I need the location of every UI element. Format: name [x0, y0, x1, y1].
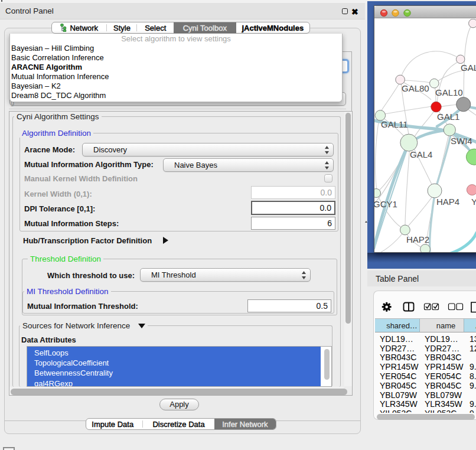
svg-text:HAP2: HAP2 [406, 234, 429, 244]
svg-text:HAP4: HAP4 [436, 197, 459, 207]
svg-text:SWI4: SWI4 [451, 136, 472, 146]
svg-text:GAL7: GAL7 [461, 63, 476, 73]
svg-text:Y: Y [471, 197, 476, 207]
svg-text:GAL4: GAL4 [410, 149, 432, 159]
svg-text:GAL1: GAL1 [437, 112, 459, 122]
svg-text:GAL10: GAL10 [435, 87, 463, 97]
svg-text:GAL80: GAL80 [402, 83, 429, 93]
svg-text:GAL11: GAL11 [381, 119, 408, 129]
svg-text:GCY1: GCY1 [374, 199, 397, 209]
